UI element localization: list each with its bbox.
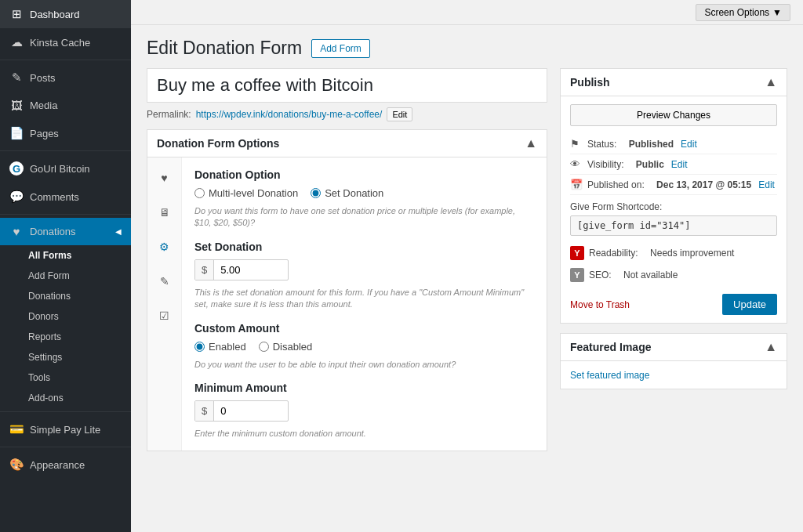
status-edit-link[interactable]: Edit [681, 139, 697, 150]
appearance-icon: 🎨 [9, 458, 24, 472]
permalink-edit-button[interactable]: Edit [387, 107, 412, 121]
sidebar-sub-donors[interactable]: Donors [0, 306, 131, 327]
radio-enabled-input[interactable] [194, 342, 205, 352]
radio-disabled-label: Disabled [273, 341, 313, 353]
sidebar-item-label: Appearance [30, 459, 85, 471]
topbar: Screen Options ▼ [131, 0, 803, 25]
form-title-input[interactable] [157, 75, 537, 96]
minimum-amount-input[interactable] [214, 401, 277, 421]
set-donation-hint: This is the set donation amount for this… [194, 287, 534, 311]
published-label: Published on: [587, 179, 645, 190]
featured-image-collapse-button[interactable]: ▲ [765, 340, 777, 354]
sidebar-sub-settings[interactable]: Settings [0, 347, 131, 367]
sidebar-divider-2 [0, 150, 131, 151]
minimum-amount-section: Minimum Amount $ Enter the minimum custo… [194, 382, 534, 440]
sidebar-sub-all-forms[interactable]: All Forms [0, 245, 131, 266]
sidebar-item-comments[interactable]: 💬 Comments [0, 183, 131, 211]
sidebar-divider-5 [0, 447, 131, 447]
radio-disabled-input[interactable] [259, 342, 269, 352]
donation-option-radio-group: Multi-level Donation Set Donation [194, 187, 534, 199]
panel-header-title: Donation Form Options [157, 137, 279, 150]
sidebar-item-donations[interactable]: ♥ Donations ◀ [0, 218, 131, 245]
published-edit-link[interactable]: Edit [758, 179, 775, 190]
visibility-value: Public [636, 159, 664, 170]
panel-icon-edit[interactable]: ✎ [154, 270, 176, 292]
screen-options-button[interactable]: Screen Options ▼ [696, 4, 790, 21]
sidebar-divider-4 [0, 411, 131, 412]
publish-status-row: ⚑ Status: Published Edit [570, 134, 777, 154]
publish-panel: Publish ▲ Preview Changes ⚑ Status: Publ… [560, 68, 787, 324]
seo-row: Y SEO: Not available [570, 264, 777, 286]
simple-pay-icon: 💳 [9, 422, 24, 436]
panel-icon-monitor[interactable]: 🖥 [154, 201, 176, 223]
sidebar-sub-donations[interactable]: Donations [0, 286, 131, 306]
main-area: Screen Options ▼ Edit Donation Form Add … [131, 0, 803, 532]
sidebar-item-kinsta-cache[interactable]: ☁ Kinsta Cache [0, 28, 131, 56]
sidebar-sub-addons[interactable]: Add-ons [0, 388, 131, 408]
visibility-icon: 👁 [570, 158, 583, 170]
sidebar-item-appearance[interactable]: 🎨 Appearance [0, 451, 131, 479]
radio-multi-level-input[interactable] [194, 188, 205, 198]
content-area: Edit Donation Form Add Form Permalink: h… [131, 25, 803, 532]
published-value: Dec 13, 2017 @ 05:15 [656, 179, 751, 190]
panel-icon-heart[interactable]: ♥ [154, 167, 176, 189]
preview-changes-button[interactable]: Preview Changes [570, 104, 777, 126]
dashboard-icon: ⊞ [9, 7, 24, 21]
side-column: Publish ▲ Preview Changes ⚑ Status: Publ… [560, 68, 787, 519]
set-featured-image-link[interactable]: Set featured image [570, 370, 649, 381]
status-label: Status: [587, 139, 616, 150]
sidebar-item-pages[interactable]: 📄 Pages [0, 119, 131, 147]
update-button[interactable]: Update [722, 294, 777, 315]
set-donation-label: Set Donation [194, 241, 534, 253]
readability-icon: Y [570, 246, 584, 260]
gourl-icon: G [9, 161, 24, 176]
readability-label: Readability: [589, 248, 638, 259]
sidebar-item-label: Donations [30, 226, 76, 237]
status-icon: ⚑ [570, 138, 583, 150]
visibility-edit-link[interactable]: Edit [671, 159, 688, 170]
main-column: Permalink: https://wpdev.ink/donations/b… [147, 68, 547, 519]
panel-body: ♥ 🖥 ⚙ ✎ ☑ Donation Option [147, 157, 547, 451]
custom-amount-section: Custom Amount Enabled Disabled [194, 322, 534, 371]
set-donation-input-wrap: $ [194, 259, 289, 280]
sidebar-item-dashboard[interactable]: ⊞ Dashboard [0, 0, 131, 28]
visibility-label: Visibility: [587, 159, 623, 170]
radio-set-donation-label: Set Donation [325, 187, 383, 199]
radio-set-donation-input[interactable] [311, 188, 321, 198]
donations-arrow: ◀ [115, 227, 122, 236]
add-form-button[interactable]: Add Form [311, 39, 370, 58]
sidebar-item-gourl[interactable]: G GoUrl Bitcoin [0, 154, 131, 183]
panel-collapse-button[interactable]: ▲ [525, 136, 537, 150]
radio-multi-level[interactable]: Multi-level Donation [194, 187, 298, 199]
publish-collapse-button[interactable]: ▲ [765, 75, 777, 89]
sidebar-divider [0, 60, 131, 60]
seo-value: Not available [623, 270, 678, 280]
publish-visibility-row: 👁 Visibility: Public Edit [570, 154, 777, 175]
radio-multi-level-label: Multi-level Donation [209, 187, 298, 199]
sidebar-item-simple-pay[interactable]: 💳 Simple Pay Lite [0, 415, 131, 443]
trash-link[interactable]: Move to Trash [570, 299, 630, 310]
permalink-link[interactable]: https://wpdev.ink/donations/buy-me-a-cof… [196, 109, 383, 120]
panel-icon-settings[interactable]: ⚙ [154, 236, 176, 258]
radio-disabled[interactable]: Disabled [259, 341, 313, 353]
page-title: Edit Donation Form [147, 38, 302, 59]
sidebar-divider-3 [0, 214, 131, 215]
sidebar-item-label: Simple Pay Lite [30, 424, 100, 436]
seo-icon: Y [570, 268, 584, 282]
panel-icons: ♥ 🖥 ⚙ ✎ ☑ [147, 157, 182, 451]
sidebar-sub-tools[interactable]: Tools [0, 367, 131, 388]
panel-icon-check[interactable]: ☑ [154, 305, 176, 327]
sidebar-sub-reports[interactable]: Reports [0, 327, 131, 347]
radio-enabled[interactable]: Enabled [194, 341, 246, 353]
sidebar-item-media[interactable]: 🖼 Media [0, 92, 131, 119]
sidebar-item-posts[interactable]: ✎ Posts [0, 63, 131, 92]
shortcode-input[interactable] [570, 215, 777, 236]
comments-icon: 💬 [9, 190, 24, 204]
permalink-label: Permalink: [147, 109, 191, 120]
sidebar-sub-add-form[interactable]: Add Form [0, 266, 131, 286]
featured-image-body: Set featured image [561, 361, 787, 389]
radio-set-donation[interactable]: Set Donation [311, 187, 383, 199]
set-donation-input[interactable] [214, 260, 277, 280]
sidebar-item-label: Media [30, 100, 57, 111]
custom-amount-hint: Do you want the user to be able to input… [194, 359, 534, 371]
